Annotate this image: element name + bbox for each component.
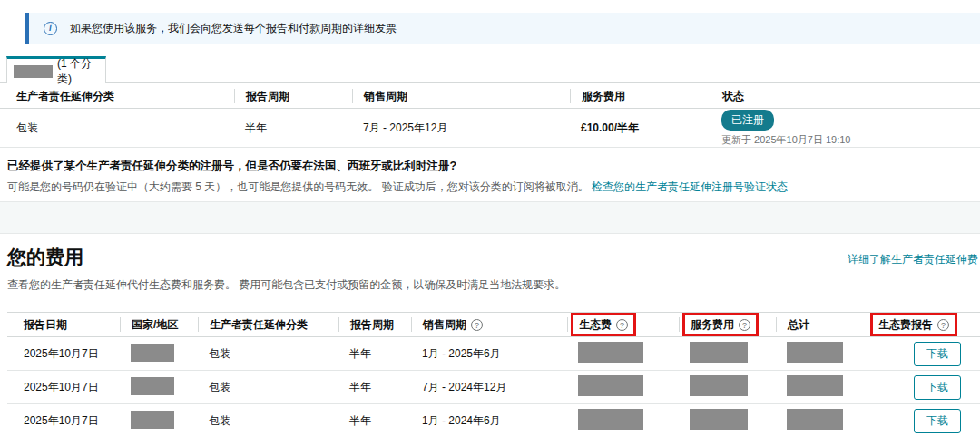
registration-table: 生产者责任延伸分类 报告周期 销售周期 服务费用 状态 包装 半年 7月 - 2… (0, 82, 980, 148)
sales-period-value: 1月 - 2024年6月 (411, 413, 567, 429)
col-total: 总计 (776, 317, 867, 332)
tab-bar: (1 个分类) (6, 56, 980, 83)
learn-more-epr-fees-link[interactable]: 详细了解生产者责任延伸费 (848, 252, 978, 267)
total-cell (776, 375, 867, 399)
eco-report-highlight-box: 生态费报告 ? (870, 313, 957, 336)
download-button[interactable]: 下载 (914, 409, 961, 433)
fees-section-subtitle: 查看您的生产者责任延伸代付生态费和服务费。 费用可能包含已支付或预留的金额，以确… (7, 277, 973, 293)
col-epr-category: 生产者责任延伸分类 (0, 89, 234, 103)
col-sales-period-label: 销售周期 (423, 317, 466, 332)
redacted-service-fee (690, 409, 748, 430)
fees-table-row: 2025年10月7日 包装 半年 1月 - 2025年6月 下载 (7, 337, 980, 371)
col-eco-fee: 生态费 ? (567, 317, 679, 332)
tab-category[interactable]: (1 个分类) (6, 56, 106, 83)
col-sales-period: 销售周期 ? (411, 317, 567, 332)
service-fee-cell (679, 342, 776, 365)
col-eco-fee-label: 生态费 (579, 317, 612, 332)
download-button[interactable]: 下载 (914, 342, 961, 366)
info-icon: i (44, 22, 57, 35)
info-banner-text: 如果您使用该服务，我们会向您发送每个报告和付款周期的详细发票 (70, 21, 397, 36)
redacted-service-fee (690, 342, 748, 363)
redacted-total (787, 375, 843, 396)
total-cell (776, 409, 867, 432)
fees-section-header: 您的费用 详细了解生产者责任延伸费 查看您的生产者责任延伸代付生态费和服务费。 … (7, 245, 973, 293)
col-report-period: 报告周期 (338, 317, 411, 332)
col-total-label: 总计 (788, 317, 809, 332)
col-country: 国家/地区 (120, 317, 198, 332)
country-cell (120, 344, 198, 364)
col-status: 状态 (710, 89, 980, 103)
registration-table-row: 包装 半年 7月 - 2025年12月 £10.00/半年 已注册 更新于 20… (0, 109, 980, 148)
registration-table-header: 生产者责任延伸分类 报告周期 销售周期 服务费用 状态 (0, 83, 980, 109)
verification-notice-body: 可能是您的号码仍在验证中（大约需要 5 天），也可能是您提供的号码无效。 验证成… (7, 179, 980, 195)
verification-notice-title: 已经提供了某个生产者责任延伸分类的注册号，但是否仍要在法国、西班牙或比利时注册? (7, 159, 980, 174)
eco-report-cell: 下载 (867, 342, 980, 366)
redacted-eco-fee (578, 375, 643, 396)
status-cell: 已注册 更新于 2025年10月7日 19:10 (710, 110, 980, 147)
redacted-country (131, 377, 174, 395)
service-fee-help-icon[interactable]: ? (739, 319, 750, 331)
report-period-value: 半年 (338, 380, 411, 395)
service-fee-highlight-box: 服务费用 ? (682, 313, 759, 336)
eco-report-cell: 下载 (867, 375, 980, 400)
redacted-service-fee (690, 375, 748, 396)
fees-section-title: 您的费用 (7, 245, 973, 270)
status-badge: 已注册 (721, 110, 774, 131)
service-fee-value: £10.00/半年 (570, 121, 710, 136)
status-updated-text: 更新于 2025年10月7日 19:10 (721, 133, 980, 147)
col-service-fee-label: 服务费用 (691, 317, 734, 332)
epr-category-value: 包装 (0, 121, 234, 136)
redacted-total (787, 342, 843, 363)
redacted-country (131, 411, 174, 429)
service-fee-cell (679, 375, 776, 399)
category-value: 包装 (198, 413, 338, 429)
redacted-eco-fee (578, 342, 643, 363)
eco-fee-highlight-box: 生态费 ? (571, 313, 636, 336)
sales-period-help-icon[interactable]: ? (471, 319, 483, 331)
service-fee-cell (679, 409, 776, 432)
redacted-tab-label (14, 65, 53, 78)
category-value: 包装 (198, 346, 338, 362)
eco-fee-cell (567, 342, 679, 365)
col-country-label: 国家/地区 (132, 317, 178, 332)
eco-fee-cell (567, 409, 679, 432)
sales-period-value: 7月 - 2025年12月 (352, 121, 570, 136)
tab-category-count: (1 个分类) (57, 56, 105, 87)
fees-table-row: 2025年10月7日 包装 半年 7月 - 2024年12月 下载 (7, 371, 980, 404)
redacted-country (131, 344, 174, 362)
report-period-value: 半年 (338, 346, 411, 362)
col-service-fee: 服务费用 (570, 89, 710, 103)
eco-report-cell: 下载 (867, 409, 980, 433)
verification-notice: 已经提供了某个生产者责任延伸分类的注册号，但是否仍要在法国、西班牙或比利时注册?… (7, 159, 980, 195)
report-date-value: 2025年10月7日 (7, 380, 120, 395)
download-button[interactable]: 下载 (914, 375, 961, 400)
eco-fee-help-icon[interactable]: ? (616, 319, 628, 331)
redacted-eco-fee (578, 409, 643, 430)
check-verification-status-link[interactable]: 检查您的生产者责任延伸注册号验证状态 (592, 180, 788, 193)
col-report-date-label: 报告日期 (24, 317, 67, 332)
sales-period-value: 1月 - 2025年6月 (411, 346, 567, 362)
col-eco-report: 生态费报告 ? (867, 317, 980, 332)
report-period-value: 半年 (338, 413, 411, 429)
fees-table-header: 报告日期 国家/地区 生产者责任延伸分类 报告周期 销售周期 ? 生态费 ? 服… (7, 313, 980, 337)
report-date-value: 2025年10月7日 (7, 413, 120, 429)
redacted-total (787, 409, 843, 430)
fees-table: 报告日期 国家/地区 生产者责任延伸分类 报告周期 销售周期 ? 生态费 ? 服… (7, 312, 980, 436)
col-epr-category: 生产者责任延伸分类 (198, 317, 338, 332)
info-banner: i 如果您使用该服务，我们会向您发送每个报告和付款周期的详细发票 (25, 13, 980, 44)
report-period-value: 半年 (234, 121, 352, 136)
section-divider-band (0, 201, 980, 234)
country-cell (120, 411, 198, 431)
fees-table-row: 2025年10月7日 包装 半年 1月 - 2024年6月 下载 (7, 404, 980, 436)
col-sales-period: 销售周期 (352, 89, 570, 103)
sales-period-value: 7月 - 2024年12月 (411, 380, 567, 395)
col-report-period-label: 报告周期 (350, 317, 394, 332)
category-value: 包装 (198, 380, 338, 395)
col-report-period: 报告周期 (234, 89, 352, 103)
total-cell (776, 342, 867, 365)
col-service-fee: 服务费用 ? (679, 317, 776, 332)
col-report-date: 报告日期 (7, 317, 120, 332)
eco-fee-cell (567, 375, 679, 399)
eco-report-help-icon[interactable]: ? (937, 319, 949, 331)
col-epr-category-label: 生产者责任延伸分类 (210, 317, 308, 332)
